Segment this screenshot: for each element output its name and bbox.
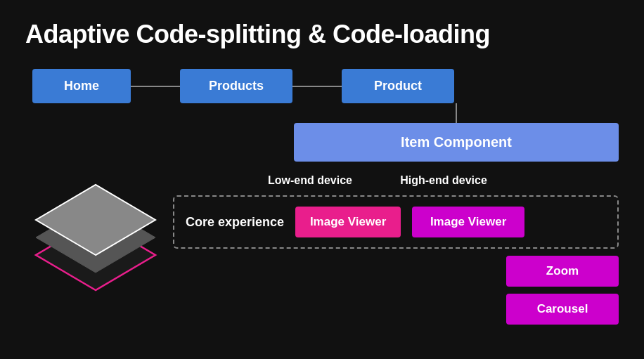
- right-content: Low-end device High-end device Core expe…: [173, 174, 619, 325]
- carousel-box: Carousel: [506, 294, 619, 325]
- device-labels: Low-end device High-end device: [243, 174, 619, 187]
- lower-section: Low-end device High-end device Core expe…: [25, 174, 619, 325]
- experience-section: Core experience Image Viewer Image Viewe…: [173, 195, 619, 249]
- page-title: Adaptive Code-splitting & Code-loading: [25, 20, 619, 49]
- vertical-connector: [456, 103, 457, 123]
- high-end-label: High-end device: [377, 174, 510, 187]
- layers-icon: [25, 181, 166, 304]
- route-products: Products: [180, 69, 292, 103]
- route-row: Home Products Product: [32, 69, 619, 103]
- route-home: Home: [32, 69, 131, 103]
- core-experience-label: Core experience: [186, 215, 284, 230]
- image-viewer-low-end: Image Viewer: [295, 207, 401, 237]
- item-component-wrapper: Item Component: [25, 103, 619, 162]
- item-component-box: Item Component: [294, 123, 619, 162]
- image-viewer-high-end: Image Viewer: [412, 207, 524, 237]
- high-end-column: Image Viewer: [412, 207, 524, 237]
- connector-products-product: [292, 86, 342, 87]
- connector-home-products: [131, 86, 180, 87]
- route-product: Product: [342, 69, 454, 103]
- page: Adaptive Code-splitting & Code-loading H…: [0, 0, 644, 359]
- low-end-label: Low-end device: [243, 174, 377, 187]
- zoom-box: Zoom: [506, 256, 619, 287]
